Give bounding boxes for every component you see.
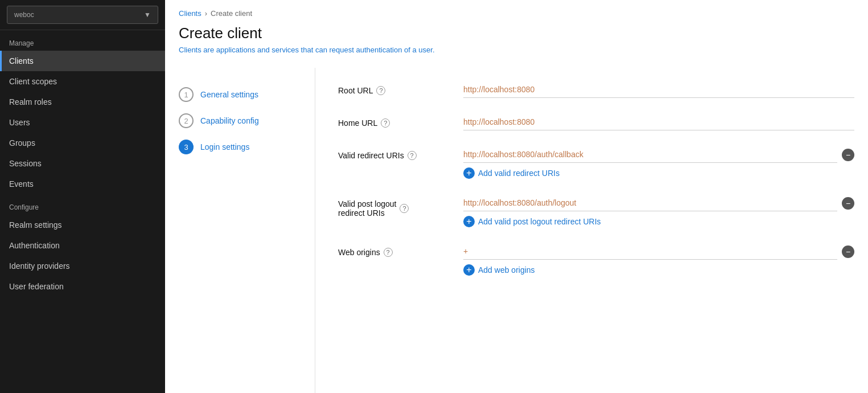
valid-redirect-input-group: − + Add valid redirect URIs [463,146,854,179]
valid-redirect-label: Valid redirect URIs [338,151,404,160]
sidebar-item-realm-settings[interactable]: Realm settings [0,215,165,235]
sidebar-item-groups[interactable]: Groups [0,133,165,153]
add-post-logout-icon: + [463,216,475,227]
steps-panel: 1 General settings 2 Capability config 3… [179,68,315,393]
remove-web-origin-button[interactable]: − [842,245,854,258]
step-2-label: Capability config [200,116,259,125]
home-url-help-icon[interactable]: ? [381,118,390,128]
sidebar-item-user-federation-label: User federation [9,282,64,291]
add-redirect-label: Add valid redirect URIs [478,169,560,178]
home-url-input-group [463,114,854,130]
realm-selector[interactable]: weboc ▼ [0,0,165,30]
page-header: Create client Clients are applications a… [165,18,868,68]
breadcrumb: Clients › Create client [165,0,868,18]
sidebar: weboc ▼ Manage Clients Client scopes Rea… [0,0,165,393]
post-logout-label-line1: Valid post logout [338,199,396,208]
sidebar-item-clients-label: Clients [9,56,34,66]
sidebar-item-user-federation[interactable]: User federation [0,276,165,297]
step-2[interactable]: 2 Capability config [179,108,301,134]
remove-post-logout-button[interactable]: − [842,197,854,210]
home-url-label: Home URL [338,118,377,128]
web-origins-label-group: Web origins ? [338,243,463,257]
root-url-input[interactable] [463,81,854,98]
home-url-row: Home URL ? [338,114,854,130]
root-url-label-group: Root URL ? [338,81,463,95]
root-url-label: Root URL [338,86,373,95]
post-logout-input-row: − [463,195,854,211]
valid-redirect-uri-input[interactable] [463,146,837,163]
main-content: Clients › Create client Create client Cl… [165,0,868,393]
add-redirect-uri-link[interactable]: + Add valid redirect URIs [463,167,560,179]
page-title: Create client [179,24,854,42]
home-url-label-group: Home URL ? [338,114,463,128]
add-post-logout-label: Add valid post logout redirect URIs [478,217,601,226]
valid-redirect-help-icon[interactable]: ? [408,151,417,160]
step-3-circle: 3 [179,140,194,154]
sidebar-item-users[interactable]: Users [0,112,165,133]
post-logout-label-multiline: Valid post logout redirect URIs [338,199,396,218]
sidebar-item-identity-providers[interactable]: Identity providers [0,256,165,276]
add-redirect-icon: + [463,167,475,179]
sidebar-item-users-label: Users [9,118,30,127]
post-logout-label-group: Valid post logout redirect URIs ? [338,195,463,218]
web-origins-input-row: − [463,243,854,260]
configure-section-label: Configure [0,194,165,215]
add-web-origin-link[interactable]: + Add web origins [463,264,535,276]
step-2-circle: 2 [179,113,194,128]
sidebar-item-realm-settings-label: Realm settings [9,220,62,230]
breadcrumb-separator: › [205,9,207,18]
step-1-circle: 1 [179,87,194,102]
sidebar-item-events[interactable]: Events [0,174,165,194]
post-logout-row: Valid post logout redirect URIs ? − + Ad… [338,195,854,227]
realm-dropdown[interactable]: weboc ▼ [7,6,158,24]
post-logout-label-line2: redirect URIs [338,208,396,218]
sidebar-item-sessions-label: Sessions [9,159,42,168]
sidebar-item-realm-roles[interactable]: Realm roles [0,92,165,112]
page-subtitle: Clients are applications and services th… [179,46,854,54]
post-logout-uri-input[interactable] [463,195,837,211]
post-logout-help-icon[interactable]: ? [400,204,409,213]
root-url-input-group [463,81,854,98]
sidebar-item-clients[interactable]: Clients [0,51,165,71]
form-panel: Root URL ? Home URL ? [315,68,854,393]
content-area: 1 General settings 2 Capability config 3… [165,68,868,393]
sidebar-item-realm-roles-label: Realm roles [9,97,52,107]
post-logout-input-group: − + Add valid post logout redirect URIs [463,195,854,227]
sidebar-item-identity-providers-label: Identity providers [9,261,70,271]
root-url-help-icon[interactable]: ? [376,86,385,95]
web-origins-input[interactable] [463,243,837,260]
root-url-row: Root URL ? [338,81,854,98]
web-origins-help-icon[interactable]: ? [384,248,393,257]
step-1-label: General settings [200,90,258,99]
remove-redirect-uri-button[interactable]: − [842,149,854,161]
breadcrumb-current: Create client [211,9,252,18]
sidebar-item-groups-label: Groups [9,138,35,148]
sidebar-item-client-scopes-label: Client scopes [9,77,57,86]
step-3-label: Login settings [200,142,249,152]
sidebar-item-events-label: Events [9,179,34,189]
home-url-input[interactable] [463,114,854,130]
web-origins-input-group: − + Add web origins [463,243,854,276]
dropdown-arrow-icon: ▼ [144,11,151,19]
breadcrumb-parent[interactable]: Clients [179,9,201,18]
web-origins-row: Web origins ? − + Add web origins [338,243,854,276]
step-3[interactable]: 3 Login settings [179,134,301,160]
add-web-origin-label: Add web origins [478,265,535,275]
manage-section-label: Manage [0,30,165,51]
sidebar-item-sessions[interactable]: Sessions [0,153,165,174]
valid-redirect-label-group: Valid redirect URIs ? [338,146,463,160]
add-web-origin-icon: + [463,264,475,276]
valid-redirect-row: Valid redirect URIs ? − + Add valid redi… [338,146,854,179]
sidebar-item-client-scopes[interactable]: Client scopes [0,71,165,92]
step-1[interactable]: 1 General settings [179,81,301,108]
realm-name: weboc [14,11,34,19]
sidebar-item-authentication-label: Authentication [9,241,60,250]
valid-redirect-input-row: − [463,146,854,163]
web-origins-label: Web origins [338,248,380,257]
sidebar-item-authentication[interactable]: Authentication [0,235,165,256]
add-post-logout-link[interactable]: + Add valid post logout redirect URIs [463,216,601,227]
